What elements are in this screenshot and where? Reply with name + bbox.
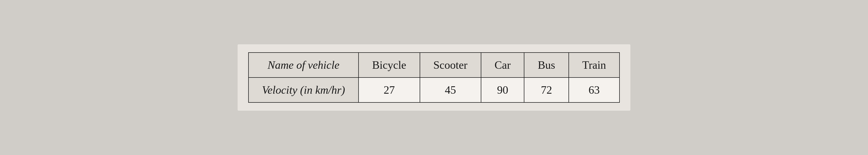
col-header-bus: Bus (524, 52, 568, 77)
table-wrapper: Name of vehicle Bicycle Scooter Car Bus … (238, 44, 631, 111)
header-row: Name of vehicle Bicycle Scooter Car Bus … (248, 52, 620, 77)
data-row-velocity: Velocity (in km/hr) 27 45 90 72 63 (248, 77, 620, 103)
col-header-car: Car (481, 52, 524, 77)
col-header-scooter: Scooter (420, 52, 481, 77)
cell-car-velocity: 90 (481, 77, 524, 103)
cell-train-velocity: 63 (569, 77, 620, 103)
cell-scooter-velocity: 45 (420, 77, 481, 103)
col-header-bicycle: Bicycle (359, 52, 420, 77)
cell-bus-velocity: 72 (524, 77, 568, 103)
col-header-train: Train (569, 52, 620, 77)
cell-bicycle-velocity: 27 (359, 77, 420, 103)
table-corner-header: Name of vehicle (248, 52, 359, 77)
row-label-velocity: Velocity (in km/hr) (248, 77, 359, 103)
vehicle-velocity-table: Name of vehicle Bicycle Scooter Car Bus … (248, 52, 620, 103)
